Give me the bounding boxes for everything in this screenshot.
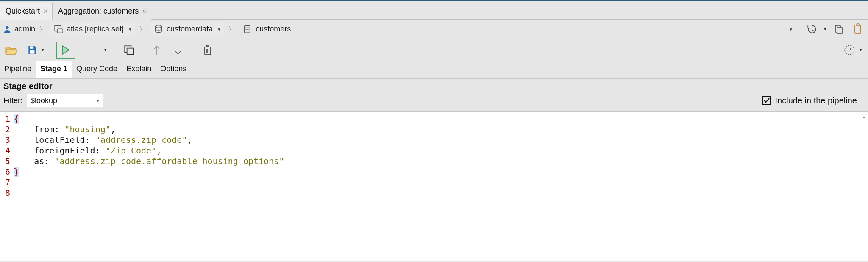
- collection-icon: [243, 25, 252, 34]
- add-button[interactable]: [87, 42, 103, 58]
- run-button[interactable]: [56, 42, 75, 59]
- chevron-down-icon: ▾: [218, 26, 220, 32]
- user-icon: [3, 25, 12, 34]
- paste-button[interactable]: [850, 22, 865, 37]
- user-label: admin: [14, 25, 35, 33]
- context-bar: admin 〉 atlas [replica set] ▾ 〉 customer…: [0, 20, 868, 39]
- open-folder-button[interactable]: [3, 42, 19, 58]
- collection-label: customers: [256, 25, 291, 33]
- svg-point-3: [156, 25, 162, 28]
- cluster-label: atlas [replica set]: [67, 25, 124, 33]
- server-icon: [54, 25, 63, 33]
- move-down-button[interactable]: [170, 42, 186, 58]
- include-in-pipeline[interactable]: Include in the pipeline: [762, 96, 865, 106]
- svg-marker-14: [62, 46, 69, 54]
- database-selector[interactable]: customerdata ▾: [150, 22, 224, 36]
- window-tab-aggregation[interactable]: Aggregation: customers ✕: [53, 3, 151, 20]
- history-button[interactable]: [804, 22, 820, 37]
- svg-rect-10: [855, 25, 861, 33]
- delete-button[interactable]: [200, 42, 215, 58]
- window-tab-label: Aggregation: customers: [58, 7, 139, 16]
- tab-explain[interactable]: Explain: [122, 61, 156, 78]
- filter-select[interactable]: $lookup ▾: [27, 94, 103, 107]
- stage-editor-heading: Stage editor: [0, 79, 868, 92]
- collection-selector[interactable]: customers ▾: [239, 22, 796, 36]
- editor-code[interactable]: { from: "housing", localField: "address.…: [12, 112, 868, 261]
- include-checkbox[interactable]: [762, 96, 771, 105]
- duplicate-button[interactable]: [121, 42, 136, 58]
- window-tabs: Quickstart ✕ Aggregation: customers ✕: [0, 1, 868, 20]
- database-label: customerdata: [167, 25, 213, 33]
- add-caret[interactable]: ▾: [104, 47, 107, 53]
- chevron-right-icon: 〉: [227, 25, 236, 33]
- help-button[interactable]: ?: [842, 42, 857, 58]
- move-up-button[interactable]: [149, 42, 164, 58]
- save-button[interactable]: [25, 42, 40, 58]
- chevron-right-icon: 〉: [38, 25, 47, 33]
- sub-tabs: Pipeline Stage 1 Query Code Explain Opti…: [0, 61, 868, 79]
- svg-rect-18: [127, 48, 134, 54]
- tab-stage-1[interactable]: Stage 1: [36, 61, 72, 78]
- filter-value: $lookup: [31, 96, 57, 105]
- window-tab-label: Quickstart: [6, 7, 40, 16]
- database-icon: [154, 25, 163, 34]
- scroll-up-icon[interactable]: ▴: [862, 114, 865, 120]
- tab-pipeline[interactable]: Pipeline: [0, 61, 36, 78]
- history-caret[interactable]: ▾: [824, 26, 826, 32]
- filter-row: Filter: $lookup ▾ Include in the pipelin…: [0, 92, 868, 112]
- filter-label: Filter:: [3, 96, 22, 105]
- svg-point-0: [6, 26, 8, 29]
- close-icon[interactable]: ✕: [142, 8, 147, 14]
- chevron-down-icon: ▾: [129, 26, 131, 32]
- svg-rect-13: [30, 50, 35, 54]
- chevron-down-icon: ▾: [97, 98, 99, 103]
- help-caret[interactable]: ▾: [860, 47, 862, 53]
- svg-rect-12: [30, 46, 34, 48]
- close-icon[interactable]: ✕: [43, 8, 48, 14]
- toolbar: ▾ ▾ ? ▾: [0, 39, 868, 61]
- code-editor[interactable]: 12345678 { from: "housing", localField: …: [0, 112, 868, 261]
- svg-rect-9: [837, 27, 842, 34]
- cluster-selector[interactable]: atlas [replica set] ▾: [50, 22, 135, 36]
- save-caret[interactable]: ▾: [42, 47, 44, 53]
- chevron-down-icon: ▾: [790, 26, 792, 32]
- copy-button[interactable]: [831, 22, 846, 37]
- editor-gutter: 12345678: [0, 112, 12, 261]
- chevron-right-icon: 〉: [138, 25, 147, 33]
- svg-text:?: ?: [848, 47, 851, 53]
- window-tab-quickstart[interactable]: Quickstart ✕: [0, 3, 53, 20]
- svg-rect-11: [857, 24, 859, 26]
- tab-query-code[interactable]: Query Code: [72, 61, 122, 78]
- svg-rect-2: [57, 29, 63, 33]
- include-label: Include in the pipeline: [775, 96, 857, 106]
- tab-options[interactable]: Options: [156, 61, 191, 78]
- svg-rect-26: [206, 45, 209, 47]
